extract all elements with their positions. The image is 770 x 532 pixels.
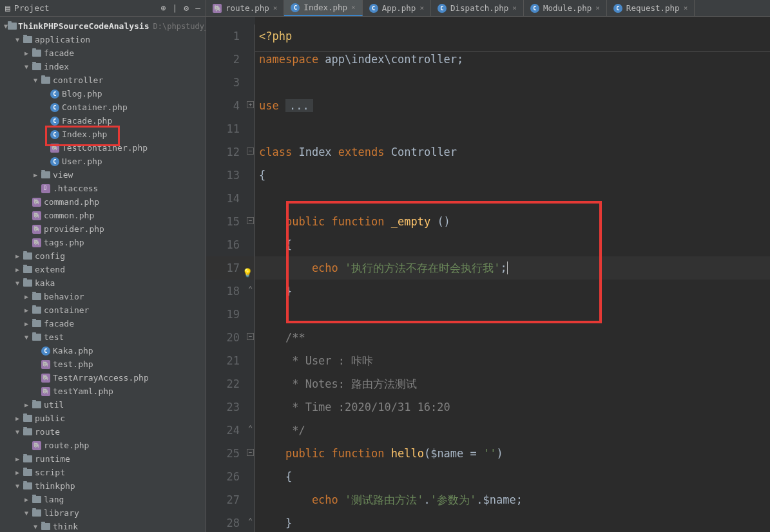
tree-item-application[interactable]: ▼application <box>0 33 206 46</box>
fold-icon[interactable]: − <box>247 217 254 224</box>
code-line[interactable]: * Time :2020/10/31 16:20 <box>255 395 770 419</box>
minimize-icon[interactable]: — <box>195 3 200 13</box>
code-line[interactable]: { <box>255 233 770 256</box>
tree-item-blog-php[interactable]: CBlog.php <box>0 87 206 100</box>
tab-dispatch-php[interactable]: CDispatch.php× <box>431 0 524 16</box>
tree-item-testcontainer-php[interactable]: 🐘TestContainer.php <box>0 141 206 155</box>
line-number[interactable]: 14 <box>206 187 255 210</box>
code-line[interactable]: use ... <box>255 94 770 117</box>
tree-item-route[interactable]: ▼route <box>0 425 206 439</box>
line-number[interactable]: 3 <box>206 71 255 94</box>
tree-item-view[interactable]: ▶view <box>0 168 206 182</box>
tree-item-runtime[interactable]: ▶runtime <box>0 452 206 466</box>
tree-item-facade[interactable]: ▶facade <box>0 46 206 60</box>
close-icon[interactable]: × <box>273 4 278 12</box>
line-number[interactable]: 2 <box>206 48 255 71</box>
folder-collapse-icon[interactable]: ▤ <box>5 3 10 13</box>
line-number[interactable]: 1 <box>206 24 255 48</box>
code-line[interactable]: echo '测试路由方法'.'参数为'.$name; <box>255 488 770 511</box>
tree-item-route-php[interactable]: 🐘route.php <box>0 439 206 452</box>
code-line[interactable]: } <box>255 511 770 532</box>
fold-icon[interactable]: − <box>247 449 254 456</box>
tab-app-php[interactable]: CApp.php× <box>363 0 431 16</box>
tree-item-common-php[interactable]: 🐘common.php <box>0 209 206 222</box>
code-line[interactable]: * Notes: 路由方法测试 <box>255 372 770 395</box>
code-line[interactable]: { <box>255 164 770 187</box>
tree-item-util[interactable]: ▶util <box>0 398 206 412</box>
line-number[interactable]: 16 <box>206 233 255 256</box>
line-number[interactable]: 25− <box>206 442 255 465</box>
tree-item-controller[interactable]: ▼controller <box>0 73 206 87</box>
line-number[interactable]: 24⌃ <box>206 419 255 442</box>
tree-item-think[interactable]: ▼think <box>0 520 206 532</box>
code-line[interactable]: class Index extends Controller <box>255 140 770 164</box>
line-number[interactable]: 4+ <box>206 94 255 117</box>
tree-item-script[interactable]: ▶script <box>0 466 206 479</box>
code-line[interactable]: public function hello($name = '') <box>255 442 770 465</box>
target-icon[interactable]: ⊕ <box>161 3 166 13</box>
code-lines[interactable]: <?phpnamespace app\index\controller;use … <box>255 17 770 532</box>
code-line[interactable]: <?php <box>255 24 770 48</box>
close-icon[interactable]: × <box>595 4 600 12</box>
code-line[interactable] <box>255 117 770 140</box>
tree-item-kaka-php[interactable]: CKaka.php <box>0 344 206 357</box>
tab-index-php[interactable]: CIndex.php× <box>284 0 362 16</box>
editor-tabs[interactable]: 🐘route.php×CIndex.php×CApp.php×CDispatch… <box>206 0 770 17</box>
line-number[interactable]: 27 <box>206 488 255 511</box>
fold-icon[interactable]: − <box>247 333 254 340</box>
tree-item-container[interactable]: ▶container <box>0 303 206 317</box>
line-number[interactable]: 22 <box>206 372 255 395</box>
tree-root[interactable]: ▼ThinkPHPSourceCodeAnalysisD:\phpstudy_p… <box>0 19 206 33</box>
line-number[interactable]: 15− <box>206 210 255 233</box>
gear-icon[interactable]: ⚙ <box>184 3 189 13</box>
tree-item-index[interactable]: ▼index <box>0 60 206 73</box>
fold-icon[interactable]: ⌃ <box>247 518 254 526</box>
code-line[interactable] <box>255 303 770 326</box>
tab-module-php[interactable]: CModule.php× <box>524 0 607 16</box>
fold-icon[interactable]: + <box>247 101 254 108</box>
tree-item-behavior[interactable]: ▶behavior <box>0 290 206 303</box>
close-icon[interactable]: × <box>684 4 688 12</box>
line-number[interactable]: 23 <box>206 395 255 419</box>
tab-request-php[interactable]: CRequest.php× <box>607 0 695 16</box>
tree-item-config[interactable]: ▶config <box>0 249 206 263</box>
code-editor[interactable]: 1234+1112−131415−1617💡18⌃1920−21222324⌃2… <box>206 17 770 532</box>
tree-item-facade[interactable]: ▶facade <box>0 317 206 330</box>
fold-icon[interactable]: ⌃ <box>247 426 254 433</box>
line-number[interactable]: 17💡 <box>206 256 255 280</box>
fold-icon[interactable]: ⌃ <box>247 287 254 294</box>
tree-item-command-php[interactable]: 🐘command.php <box>0 195 206 209</box>
line-number[interactable]: 12− <box>206 140 255 164</box>
tree-item-index-php[interactable]: CIndex.php <box>0 128 206 141</box>
tree-item-testyaml-php[interactable]: 🐘testYaml.php <box>0 385 206 398</box>
tree-item-container-php[interactable]: CContainer.php <box>0 100 206 114</box>
close-icon[interactable]: × <box>351 3 356 12</box>
tree-item-user-php[interactable]: CUser.php <box>0 155 206 168</box>
line-number[interactable]: 28⌃ <box>206 511 255 532</box>
code-line[interactable]: * User : 咔咔 <box>255 349 770 372</box>
project-tree[interactable]: ▼ThinkPHPSourceCodeAnalysisD:\phpstudy_p… <box>0 17 206 532</box>
code-line[interactable] <box>255 187 770 210</box>
tree-item-public[interactable]: ▶public <box>0 412 206 425</box>
close-icon[interactable]: × <box>419 4 424 12</box>
fold-icon[interactable]: − <box>247 147 254 155</box>
tree-item-library[interactable]: ▼library <box>0 506 206 520</box>
code-line[interactable]: /** <box>255 326 770 349</box>
tree-item-extend[interactable]: ▶extend <box>0 263 206 276</box>
line-number[interactable]: 19 <box>206 303 255 326</box>
line-number[interactable]: 26 <box>206 465 255 488</box>
code-line[interactable] <box>255 71 770 94</box>
close-icon[interactable]: × <box>512 4 517 12</box>
tree-item-provider-php[interactable]: 🐘provider.php <box>0 222 206 236</box>
code-line[interactable]: public function _empty () <box>255 210 770 233</box>
tree-item-test-php[interactable]: 🐘test.php <box>0 357 206 371</box>
code-line[interactable]: echo '执行的方法不存在时会执行我'; <box>255 256 770 280</box>
tree-item-thinkphp[interactable]: ▼thinkphp <box>0 479 206 493</box>
line-number[interactable]: 13 <box>206 164 255 187</box>
code-line[interactable]: */ <box>255 419 770 442</box>
tab-route-php[interactable]: 🐘route.php× <box>206 0 284 16</box>
tree-item-test[interactable]: ▼test <box>0 330 206 344</box>
line-number[interactable]: 20− <box>206 326 255 349</box>
line-number[interactable]: 18⌃ <box>206 280 255 303</box>
tree-item-testarrayaccess-php[interactable]: 🐘TestArrayAccess.php <box>0 371 206 385</box>
